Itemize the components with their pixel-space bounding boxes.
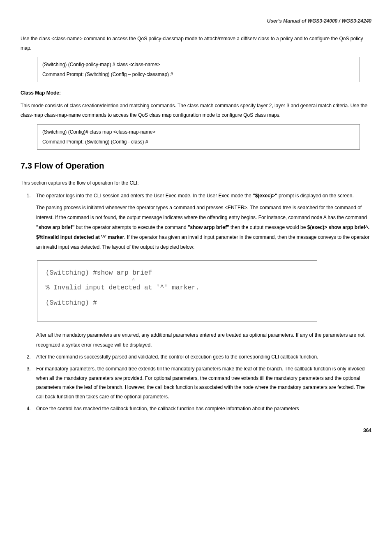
list-text: The operator logs into the CLI session a…	[36, 193, 253, 199]
list-text: After the command is successfully parsed…	[36, 352, 371, 362]
code-line: Command Prompt: (Switching) (Config - cl…	[42, 137, 355, 147]
list-text: The parsing process is initiated wheneve…	[36, 205, 367, 220]
terminal-output-box: (Switching) #show arp brief ^ % Invalid …	[37, 260, 317, 322]
list-text: For mandatory parameters, the command tr…	[36, 364, 371, 402]
flow-list: The operator logs into the CLI session a…	[21, 191, 371, 201]
bold-text: "show arpp brief"	[188, 224, 229, 230]
section-heading: 7.3 Flow of Operation	[21, 158, 371, 173]
code-box-policy-map: (Switching) (Config-policy-map) # class …	[37, 57, 360, 82]
code-box-class-map: (Switching) (Config)# class map <class-m…	[37, 124, 360, 150]
code-line: (Switching) (Config-policy-map) # class …	[42, 60, 355, 69]
section-intro: This section captures the flow of operat…	[21, 178, 371, 188]
list-text: but the operator attempts to execute the…	[74, 224, 188, 230]
list-text: prompt is displayed on the screen.	[277, 193, 354, 199]
class-map-paragraph: This mode consists of class creation/del…	[21, 101, 371, 120]
list-item: After the command is successfully parsed…	[32, 352, 371, 362]
code-line: (Switching) (Config)# class map <class-m…	[42, 127, 355, 137]
code-line: Command Prompt: (Switching) (Config – po…	[42, 69, 355, 79]
intro-paragraph: Use the class <class-name> command to ac…	[21, 34, 371, 53]
list-text: then the output message would be	[229, 224, 307, 230]
list-text: Once the control has reached the callbac…	[36, 404, 371, 414]
page-header: User's Manual of WGS3-24000 / WGS3-24240	[21, 16, 371, 26]
terminal-line: % Invalid input detected at '^' marker.	[46, 282, 309, 294]
terminal-line: (Switching) #show arp brief	[46, 267, 309, 279]
bold-text: "$(exec)>"	[253, 193, 277, 199]
bold-text: "show arp brief"	[36, 224, 74, 230]
list-item: Once the control has reached the callbac…	[32, 404, 371, 414]
list-item: For mandatory parameters, the command tr…	[32, 364, 371, 402]
terminal-caret: ^	[132, 279, 309, 282]
terminal-line: (Switching) #	[46, 297, 309, 309]
list-continuation: The parsing process is initiated wheneve…	[36, 203, 371, 252]
class-map-mode-label: Class Map Mode:	[21, 88, 371, 98]
page-number: 364	[21, 426, 371, 435]
flow-list-continued: After the command is successfully parsed…	[21, 352, 371, 414]
after-image-paragraph: After all the mandatory parameters are e…	[36, 330, 371, 350]
list-item: The operator logs into the CLI session a…	[32, 191, 371, 201]
